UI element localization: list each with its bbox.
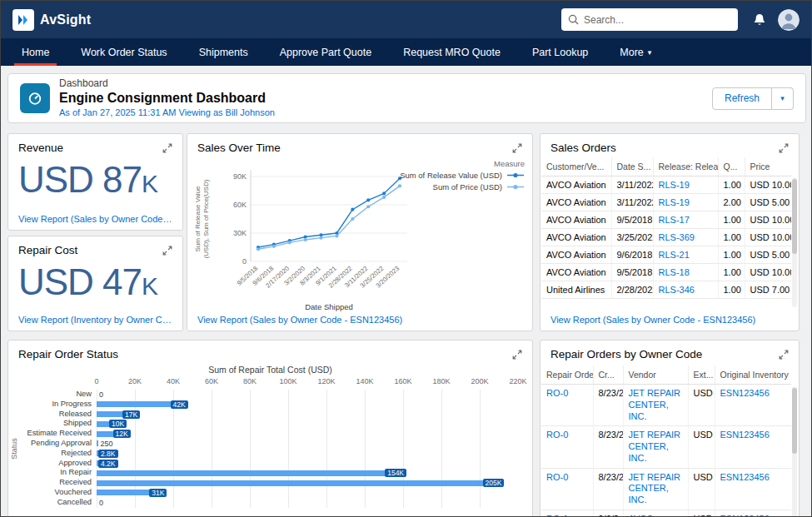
tab-work-order-status[interactable]: Work Order Status	[65, 38, 182, 66]
expand-icon[interactable]	[161, 244, 174, 257]
table-row[interactable]: RO-08/23/2JET REPAIR CENTER, INC.USDESN1…	[541, 385, 791, 426]
bar-row: 250	[97, 439, 518, 449]
column-header[interactable]: Ext...	[688, 365, 715, 385]
cell-link[interactable]: JET REPAIR CENTER, INC.	[629, 388, 681, 421]
table-row[interactable]: RO-19/6/2AVCOUSDESN123456	[541, 510, 791, 516]
tab-more[interactable]: More▾	[604, 38, 667, 66]
repair-orders-card: Repair Orders by Owner Code Repair Orde.…	[540, 340, 800, 516]
notifications-bell-icon[interactable]	[753, 12, 766, 27]
bar[interactable]	[97, 470, 391, 476]
bar[interactable]	[97, 490, 156, 495]
axis-tick: 120K	[317, 377, 335, 385]
bar[interactable]	[97, 401, 177, 407]
column-header[interactable]: Customer/Ve...	[541, 157, 611, 176]
expand-icon[interactable]	[777, 348, 790, 361]
category-label: Released	[20, 410, 97, 420]
tab-request-mro-quote[interactable]: Request MRO Quote	[387, 38, 516, 66]
cell-link[interactable]: RLS-18	[659, 267, 690, 277]
legend-item[interactable]: Sum of Price (USD)	[433, 182, 525, 191]
avsight-logo[interactable]: AvSight	[12, 9, 91, 31]
cell-link[interactable]: RLS-346	[659, 285, 695, 295]
cell-link[interactable]: JET REPAIR CENTER, INC.	[629, 430, 681, 463]
cell-link[interactable]: JET REPAIR CENTER, INC.	[629, 472, 681, 505]
column-header[interactable]: Vendor	[623, 365, 688, 385]
bar-row: 205K	[97, 478, 518, 488]
tab-approve-part-quote[interactable]: Approve Part Quote	[264, 38, 387, 66]
chart-legend: MeasureSum of Release Value (USD)Sum of …	[400, 159, 525, 191]
table-row[interactable]: AVCO Aviation9/6/2018RLS-211.00USD 5.00	[541, 246, 791, 264]
legend-marker-icon	[506, 172, 525, 179]
category-label: Vouchered	[20, 488, 97, 498]
column-header[interactable]: Q...	[718, 157, 745, 176]
avsight-logo-icon	[12, 9, 34, 31]
category-label: Received	[20, 478, 97, 488]
category-label: New	[20, 390, 97, 400]
vertical-scrollbar[interactable]	[792, 177, 797, 307]
expand-icon[interactable]	[161, 142, 174, 155]
cell-link[interactable]: RO-0	[546, 388, 568, 398]
expand-icon[interactable]	[777, 142, 790, 155]
value-label: 0	[99, 390, 103, 399]
cell-link[interactable]: RO-0	[546, 472, 568, 482]
table-row[interactable]: AVCO Aviation3/11/2022RLS-192.00USD 5.00	[541, 194, 791, 211]
dashboard-main: Dashboard Engine Consignment Dashboard A…	[1, 66, 811, 516]
cell-link[interactable]: RLS-21	[659, 250, 690, 260]
cell-link[interactable]: AVCO	[629, 514, 654, 516]
global-search[interactable]	[561, 8, 738, 31]
view-report-link[interactable]: View Report (Inventory by Owner Code - E…	[18, 315, 174, 325]
column-header[interactable]: Price	[745, 157, 791, 176]
cell-link[interactable]: ESN123456	[720, 514, 770, 516]
view-report-link[interactable]: View Report (Sales by Owner Code - ESN12…	[197, 315, 524, 325]
table-row[interactable]: AVCO Aviation3/11/2022RLS-191.00USD 10.0…	[541, 176, 791, 194]
table-row[interactable]: AVCO Aviation3/25/2022RLS-3691.00USD 10.…	[541, 229, 791, 246]
page-title: Engine Consignment Dashboard	[59, 90, 275, 107]
column-header[interactable]: Cr...	[593, 365, 623, 385]
table-row[interactable]: RO-08/23/2JET REPAIR CENTER, INC.USDESN1…	[541, 468, 791, 510]
cell-link[interactable]: RLS-19	[659, 197, 690, 207]
repair-orders-table: Repair Orde...Cr...VendorExt...Original …	[541, 365, 791, 516]
dashboard-meta[interactable]: As of Jan 27, 2025 11:31 AM Viewing as B…	[59, 107, 275, 119]
sales-orders-table: Customer/Ve...Date S...Release: Release …	[541, 157, 791, 299]
cell-link[interactable]: RLS-17	[659, 215, 690, 225]
table-row[interactable]: RO-08/23/2JET REPAIR CENTER, INC.USDESN1…	[541, 426, 791, 468]
svg-text:Sum of Release Value: Sum of Release Value	[194, 186, 202, 252]
view-report-link[interactable]: View Report (Sales by Owner Code - ESN12…	[550, 315, 790, 325]
cell-link[interactable]: ESN123456	[720, 472, 770, 482]
cell-link[interactable]: RO-1	[546, 514, 568, 516]
cell-link[interactable]: RLS-19	[659, 180, 690, 190]
cell-link[interactable]: RO-0	[546, 430, 568, 440]
expand-icon[interactable]	[511, 348, 524, 361]
value-label: 31K	[149, 489, 167, 497]
search-icon	[568, 14, 579, 25]
column-header[interactable]: Original Inventory Li...	[715, 365, 791, 385]
object-type-label: Dashboard	[59, 77, 275, 90]
vertical-scrollbar[interactable]	[792, 386, 797, 516]
value-label: 42K	[171, 400, 188, 409]
bar-row: 2.8K	[97, 449, 518, 459]
category-label: Shipped	[20, 419, 97, 429]
expand-icon[interactable]	[511, 142, 524, 155]
cell-link[interactable]: ESN123456	[720, 430, 770, 440]
view-report-link[interactable]: View Report (Sales by Owner Code - ESN12…	[18, 214, 174, 224]
search-input[interactable]	[584, 14, 731, 26]
svg-text:90K: 90K	[233, 172, 247, 181]
column-header[interactable]: Repair Orde...	[541, 365, 593, 385]
refresh-button[interactable]: Refresh	[712, 87, 772, 110]
column-header[interactable]: Date S...	[611, 157, 653, 176]
svg-text:30K: 30K	[233, 229, 247, 237]
table-row[interactable]: AVCO Aviation9/5/2018RLS-181.00USD 10.00	[541, 264, 791, 281]
cell-link[interactable]: RLS-369	[659, 232, 695, 242]
bar[interactable]	[97, 440, 98, 446]
tab-home[interactable]: Home	[6, 38, 65, 66]
tab-shipments[interactable]: Shipments	[183, 38, 264, 66]
tab-part-lookup[interactable]: Part Lookup	[516, 38, 604, 66]
bar[interactable]	[97, 480, 490, 486]
table-row[interactable]: United Airlines2/28/2022RLS-3461.00USD 7…	[541, 281, 791, 299]
refresh-dropdown-button[interactable]: ▾	[772, 87, 794, 110]
table-row[interactable]: AVCO Aviation9/5/2018RLS-171.00USD 10.00	[541, 211, 791, 229]
cell-link[interactable]: ESN123456	[720, 388, 770, 398]
column-header[interactable]: Release: Release ...	[653, 157, 718, 176]
legend-item[interactable]: Sum of Release Value (USD)	[400, 171, 525, 180]
user-avatar[interactable]	[778, 9, 800, 31]
bar-row: 0	[97, 390, 518, 400]
